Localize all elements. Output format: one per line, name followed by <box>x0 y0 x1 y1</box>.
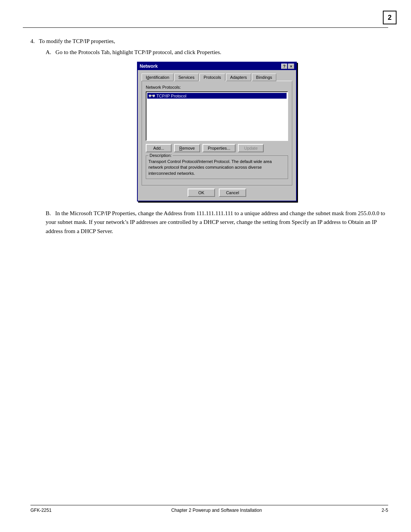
list-item-tcpip-label: TCP/IP Protocol <box>156 94 186 98</box>
cancel-label: Cancel <box>226 190 239 195</box>
cancel-button[interactable]: Cancel <box>219 189 246 197</box>
list-item-tcpip[interactable]: TCP/IP Protocol <box>147 93 287 99</box>
description-group-label: Description: <box>148 153 173 158</box>
svg-rect-1 <box>150 96 150 97</box>
description-text: Transport Control Protocol/Internet Prot… <box>148 159 285 176</box>
sub-step-a-label: A. Go to the Protocols Tab, highlight TC… <box>46 49 388 56</box>
svg-rect-0 <box>149 95 151 96</box>
properties-label: Properties... <box>208 146 230 150</box>
tab-panel: Network Protocols: <box>142 81 292 185</box>
svg-rect-3 <box>153 96 154 97</box>
tab-services[interactable]: Services <box>174 73 199 81</box>
description-group: Description: Transport Control Protocol/… <box>146 155 288 179</box>
tab-protocols-label: Protocols <box>204 75 221 80</box>
dialog-body: Identification Services Protocols Adapte… <box>138 70 296 201</box>
footer-left: GFK-2251 <box>30 508 51 513</box>
update-label: Update <box>244 146 258 150</box>
top-rule <box>23 27 388 28</box>
tab-bindings-label: Bindings <box>256 75 272 80</box>
footer: GFK-2251 Chapter 2 Powerup and Software … <box>30 505 388 513</box>
tab-row: Identification Services Protocols Adapte… <box>142 73 292 81</box>
tab-adapters[interactable]: Adapters <box>226 73 251 81</box>
tab-identification-label: Identification <box>146 75 169 80</box>
dialog-titlebar: Network ? × <box>138 62 296 70</box>
ok-label: OK <box>198 190 204 195</box>
step-4: 4. To modify the TCP/IP properties, A. G… <box>30 38 388 201</box>
tab-protocols[interactable]: Protocols <box>199 73 225 81</box>
para-b: B. In the Microsoft TCP/IP Properties, c… <box>46 209 388 236</box>
ok-cancel-row: OK Cancel <box>142 189 292 197</box>
network-dialog: Network ? × Identification <box>137 62 297 201</box>
properties-button[interactable]: Properties... <box>202 144 236 152</box>
remove-button[interactable]: Remove <box>174 144 200 152</box>
network-icon <box>149 93 155 98</box>
help-button[interactable]: ? <box>281 64 287 69</box>
dialog-container: Network ? × Identification <box>46 62 388 201</box>
step-4-label: 4. To modify the TCP/IP properties, <box>30 38 388 45</box>
title-buttons: ? × <box>281 64 294 69</box>
update-button[interactable]: Update <box>238 144 264 152</box>
tab-services-label: Services <box>178 75 194 80</box>
tab-bindings[interactable]: Bindings <box>252 73 276 81</box>
footer-right: 2-5 <box>382 508 388 513</box>
protocols-list[interactable]: TCP/IP Protocol <box>146 91 288 141</box>
dialog-title: Network <box>140 64 158 69</box>
ok-button[interactable]: OK <box>188 189 215 197</box>
add-label: Add... <box>153 146 164 150</box>
main-content: 4. To modify the TCP/IP properties, A. G… <box>30 38 388 236</box>
tab-identification[interactable]: Identification <box>142 73 174 81</box>
footer-center: Chapter 2 Powerup and Software Installat… <box>171 508 262 513</box>
section-label: Network Protocols: <box>146 85 288 89</box>
svg-rect-2 <box>153 95 155 96</box>
remove-label: Remove <box>179 146 195 150</box>
close-button[interactable]: × <box>288 64 294 69</box>
button-row: Add... Remove Properties... Update <box>146 144 288 152</box>
sub-step-a: A. Go to the Protocols Tab, highlight TC… <box>46 49 388 201</box>
page-number: 2 <box>383 11 397 24</box>
add-button[interactable]: Add... <box>146 144 172 152</box>
tab-adapters-label: Adapters <box>230 75 247 80</box>
